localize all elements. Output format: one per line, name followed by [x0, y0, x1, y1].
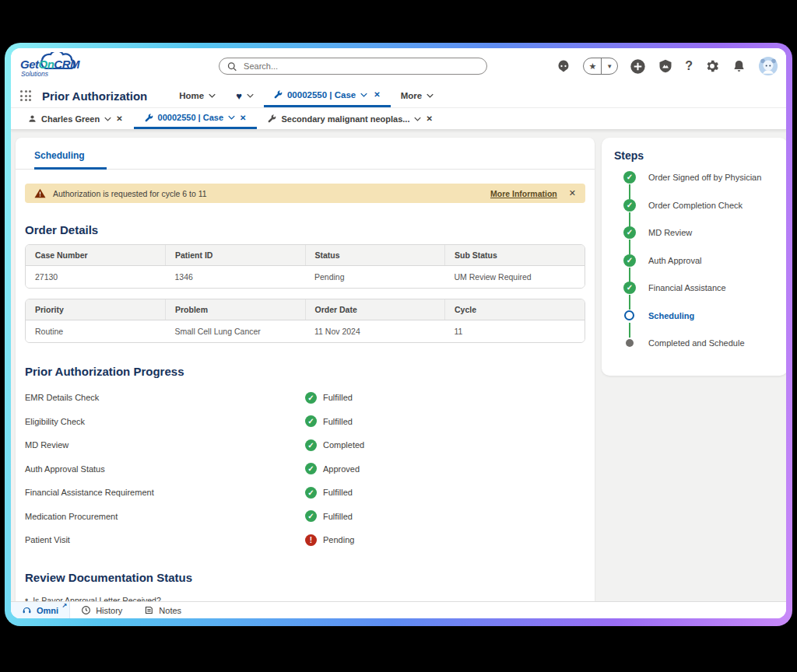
step-done-icon: ✓ [623, 254, 636, 267]
step-item[interactable]: ✓ Auth Approval [613, 254, 777, 282]
chevron-down-icon[interactable] [247, 93, 254, 98]
step-item-current[interactable]: Scheduling [613, 310, 777, 338]
help-icon[interactable]: ? [685, 59, 693, 73]
subtab-patient[interactable]: Charles Green ✕ [17, 108, 134, 129]
order-details-table-1: Case Number Patient ID Status Sub Status… [25, 244, 585, 289]
progress-row: MD Review ✓Completed [25, 433, 585, 457]
tab-scheduling[interactable]: Scheduling [34, 150, 107, 170]
patient-id-value: 1346 [166, 266, 306, 289]
problem-value: Small Cell Lung Cancer [166, 320, 306, 343]
app-launcher-icon[interactable] [20, 90, 31, 101]
close-icon[interactable]: ✕ [426, 114, 432, 123]
utility-bar: Omni ↗ History Notes [11, 601, 786, 618]
check-icon: ✓ [305, 439, 317, 451]
progress-row: EMR Details Check ✓Fulfilled [25, 386, 585, 410]
error-icon: ! [305, 534, 317, 546]
check-icon: ✓ [305, 487, 317, 499]
heart-icon: ♥ [236, 90, 242, 102]
close-icon[interactable]: ✕ [374, 90, 380, 99]
global-actions-icon[interactable] [630, 58, 646, 75]
wrench-icon [145, 114, 153, 122]
logo-subtitle: Solutions [21, 70, 48, 78]
setup-gear-icon[interactable] [704, 58, 720, 74]
nav-tab-more[interactable]: More [391, 84, 444, 107]
authorization-warning-banner: Authorization is requested for cycle 6 t… [25, 184, 585, 203]
step-item[interactable]: ✓ Financial Assistance [613, 282, 777, 310]
page-content: Scheduling Authorization is requested fo… [11, 128, 786, 602]
status-badge: Fulfilled [323, 417, 353, 426]
favorites-dropdown-icon[interactable]: ▼ [601, 58, 617, 74]
column-header: Order Date [305, 299, 445, 320]
close-icon[interactable]: ✕ [240, 114, 246, 122]
crm-app-window: GetOnCRM Solutions ★ ▼ ? [11, 48, 786, 618]
step-item[interactable]: Completed and Schedule [613, 337, 777, 365]
gradient-window-frame: GetOnCRM Solutions ★ ▼ ? [5, 43, 792, 626]
chevron-down-icon[interactable] [228, 115, 235, 120]
check-icon: ✓ [305, 392, 317, 404]
chevron-down-icon[interactable] [104, 117, 111, 121]
subtab-case[interactable]: 00002550 | Case ✕ [134, 108, 258, 129]
order-date-value: 11 Nov 2024 [305, 320, 445, 343]
person-icon [28, 114, 37, 123]
column-header: Problem [166, 299, 306, 320]
global-search[interactable] [219, 58, 487, 75]
sub-status-value: UM Review Required [445, 266, 585, 289]
header-actions: ★ ▼ ? [556, 48, 778, 84]
global-header: GetOnCRM Solutions ★ ▼ ? [11, 48, 786, 84]
omni-headset-icon [22, 605, 32, 615]
favorites-control[interactable]: ★ ▼ [583, 58, 618, 75]
scheduling-card: Scheduling Authorization is requested fo… [16, 138, 595, 602]
column-header: Status [305, 245, 445, 266]
chevron-down-icon[interactable] [414, 117, 421, 121]
table-row: Routine Small Cell Lung Cancer 11 Nov 20… [26, 320, 585, 343]
check-icon: ✓ [305, 510, 317, 522]
logo-crm: CRM [54, 58, 79, 71]
order-details-table-2: Priority Problem Order Date Cycle Routin… [25, 299, 585, 343]
subtab-diagnosis[interactable]: Secondary malignant neoplas... ✕ [257, 108, 443, 129]
search-icon [227, 61, 237, 72]
app-title: Prior Authorization [42, 89, 147, 103]
notifications-bell-icon[interactable] [732, 59, 746, 74]
close-icon[interactable]: ✕ [116, 114, 122, 123]
nav-tab-case[interactable]: 00002550 | Case ✕ [264, 84, 391, 107]
chevron-down-icon[interactable] [427, 93, 434, 98]
search-input[interactable] [242, 61, 479, 72]
step-item[interactable]: ✓ MD Review [613, 226, 777, 254]
utility-notes[interactable]: Notes [133, 602, 192, 618]
nav-tab-favorites[interactable]: ♥ [226, 84, 264, 107]
nav-tab-home[interactable]: Home [169, 84, 226, 107]
logo-get: Get [20, 58, 39, 71]
step-item[interactable]: ✓ Order Completion Check [613, 199, 777, 227]
column-header: Patient ID [166, 245, 306, 266]
step-pending-icon [623, 337, 636, 349]
user-avatar[interactable] [758, 56, 778, 76]
wrench-icon [268, 114, 276, 123]
progress-title: Prior Authorization Progress [25, 365, 585, 378]
step-item[interactable]: ✓ Order Signed off by Physician [613, 171, 777, 199]
utility-omni[interactable]: Omni ↗ [11, 602, 70, 618]
step-done-icon: ✓ [623, 226, 636, 239]
check-icon: ✓ [305, 415, 317, 427]
status-badge: Pending [323, 535, 354, 544]
cycle-value: 11 [445, 320, 585, 343]
more-information-link[interactable]: More Information [490, 189, 557, 198]
status-value: Pending [305, 266, 445, 289]
workspace-subtabs: Charles Green ✕ 00002550 | Case ✕ Second… [11, 108, 786, 130]
getoncrm-logo: GetOnCRM Solutions [19, 52, 93, 82]
chevron-down-icon[interactable] [209, 93, 216, 98]
status-badge: Fulfilled [323, 393, 353, 402]
column-header: Case Number [26, 245, 166, 266]
steps-panel: Steps ✓ Order Signed off by Physician ✓ … [602, 138, 786, 376]
chevron-down-icon[interactable] [360, 93, 367, 97]
progress-row: Eligibility Check ✓Fulfilled [25, 410, 585, 434]
utility-history[interactable]: History [70, 602, 133, 618]
banner-close-icon[interactable]: ✕ [569, 188, 576, 198]
review-title: Review Documentation Status [25, 571, 585, 584]
wrench-icon [274, 90, 283, 99]
column-header: Cycle [445, 299, 585, 320]
guidance-center-icon[interactable] [658, 58, 673, 74]
column-header: Sub Status [445, 245, 585, 266]
favorite-star-icon[interactable]: ★ [584, 58, 601, 74]
status-badge: Fulfilled [323, 488, 353, 497]
assistant-icon[interactable] [556, 58, 571, 74]
